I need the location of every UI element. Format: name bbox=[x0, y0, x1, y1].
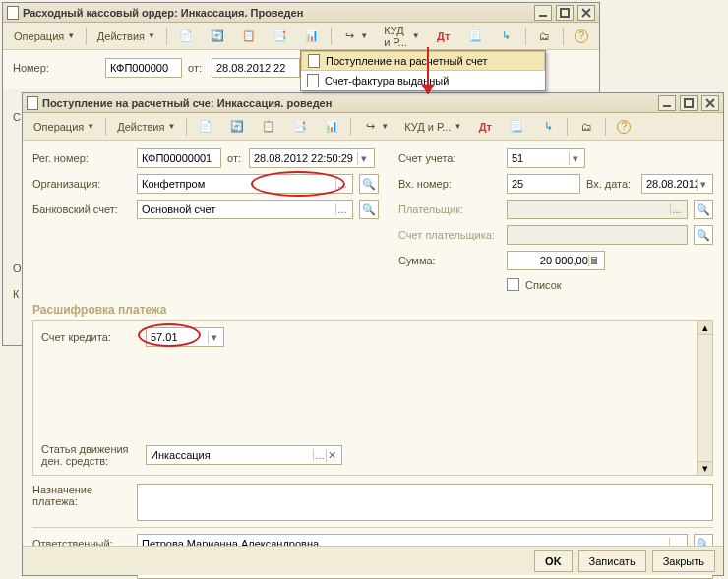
sum-field[interactable]: 🖩 bbox=[507, 251, 605, 270]
doc-icon bbox=[27, 96, 38, 110]
purpose-label: Назначениеплатежа: bbox=[32, 484, 131, 507]
help-button[interactable]: ? bbox=[610, 116, 637, 138]
scroll-up-icon[interactable]: ▴ bbox=[698, 321, 712, 335]
payer-label: Плательщик: bbox=[398, 203, 501, 215]
footer: OK Записать Закрыть bbox=[23, 546, 723, 575]
maximize-button[interactable] bbox=[680, 95, 698, 111]
tool-icon[interactable]: Дт bbox=[470, 116, 500, 138]
tool-icon[interactable]: 🗂 bbox=[572, 116, 601, 138]
minimize-button[interactable] bbox=[658, 95, 676, 111]
actions-menu[interactable]: Действия▼ bbox=[110, 116, 182, 138]
save-button[interactable]: Записать bbox=[578, 550, 646, 572]
sum-label: Сумма: bbox=[398, 255, 501, 266]
tool-icon[interactable]: 📃 bbox=[502, 116, 531, 138]
help-button[interactable]: ? bbox=[568, 26, 595, 47]
tool-icon[interactable]: Дт bbox=[429, 26, 458, 47]
actions-menu[interactable]: Действия▼ bbox=[91, 26, 162, 47]
kud-menu[interactable]: КУД и Р...▼ bbox=[377, 26, 427, 47]
vdate-label: Вх. дата: bbox=[586, 178, 636, 190]
close-button[interactable] bbox=[577, 5, 595, 21]
tool-icon[interactable]: 📃 bbox=[460, 26, 490, 47]
svg-marker-2 bbox=[422, 85, 434, 94]
number-field[interactable] bbox=[105, 58, 182, 78]
search-button[interactable]: 🔍 bbox=[359, 174, 379, 194]
tool-icon[interactable]: 📊 bbox=[317, 116, 346, 138]
win1-title: Расходный кассовый ордер: Инкассация. Пр… bbox=[23, 7, 530, 19]
section-title: Расшифровка платежа bbox=[32, 303, 713, 317]
ok-button[interactable]: OK bbox=[534, 550, 573, 572]
scroll-down-icon[interactable]: ▾ bbox=[698, 461, 712, 475]
search-button[interactable]: 🔍 bbox=[694, 200, 713, 219]
regnum-field[interactable] bbox=[137, 148, 221, 168]
vdate-field[interactable]: ▾ bbox=[641, 174, 713, 194]
doc-icon bbox=[7, 6, 19, 20]
svg-rect-3 bbox=[685, 99, 693, 107]
regnum-label: Рег. номер: bbox=[32, 152, 131, 164]
cashflow-label: Статья движенияден. средств: bbox=[41, 443, 140, 467]
tool-icon[interactable]: 📄 bbox=[191, 116, 220, 138]
acct-field[interactable]: ▾ bbox=[507, 148, 585, 168]
vnum-label: Вх. номер: bbox=[398, 178, 501, 190]
chevron-down-icon[interactable]: ▾ bbox=[208, 331, 219, 344]
bank-field[interactable]: ... bbox=[137, 200, 353, 219]
doc-icon bbox=[307, 74, 319, 87]
date-field[interactable] bbox=[212, 58, 300, 78]
create-based-on-menu[interactable]: ↪▼ bbox=[334, 26, 375, 47]
select-icon[interactable]: ... bbox=[335, 178, 348, 190]
ot-label: от: bbox=[227, 152, 243, 164]
create-based-on-menu[interactable]: ↪▼ bbox=[355, 116, 395, 138]
kud-menu[interactable]: КУД и Р...▼ bbox=[397, 116, 468, 138]
annotation-arrow-icon bbox=[419, 47, 437, 96]
number-label: Номер: bbox=[13, 62, 99, 74]
select-icon: ... bbox=[670, 203, 683, 215]
credit-field[interactable]: ▾ bbox=[146, 327, 224, 347]
doc-icon bbox=[308, 54, 320, 68]
purpose-field[interactable] bbox=[137, 484, 713, 521]
regdate-field[interactable]: ▾ bbox=[249, 148, 375, 168]
calc-icon[interactable]: 🖩 bbox=[588, 255, 600, 266]
tool-icon[interactable]: 🔄 bbox=[203, 26, 232, 47]
operation-menu[interactable]: Операция▼ bbox=[7, 26, 82, 47]
clear-icon[interactable]: ✕ bbox=[326, 449, 337, 462]
tool-icon[interactable]: 📋 bbox=[234, 26, 264, 47]
win2-title: Поступление на расчетный сче: Инкассация… bbox=[42, 97, 654, 109]
tool-icon[interactable]: 🗂 bbox=[529, 26, 559, 47]
payer-field: ... bbox=[507, 200, 688, 219]
win2-titlebar: Поступление на расчетный сче: Инкассация… bbox=[23, 93, 723, 113]
tool-icon[interactable]: 📑 bbox=[266, 26, 295, 47]
select-icon[interactable]: ... bbox=[335, 203, 348, 215]
list-checkbox[interactable] bbox=[507, 278, 519, 291]
search-button[interactable]: 🔍 bbox=[694, 225, 713, 245]
tool-icon[interactable]: 📋 bbox=[254, 116, 283, 138]
close-button[interactable]: Закрыть bbox=[652, 550, 715, 572]
list-label: Список bbox=[525, 279, 562, 291]
cut-label: С bbox=[13, 111, 21, 123]
win1-titlebar: Расходный кассовый ордер: Инкассация. Пр… bbox=[3, 3, 599, 23]
close-button[interactable] bbox=[701, 95, 719, 111]
win1-toolbar: Операция▼ Действия▼ 📄 🔄 📋 📑 📊 ↪▼ КУД и Р… bbox=[3, 23, 599, 50]
select-icon[interactable]: ... bbox=[313, 449, 325, 461]
tool-icon[interactable]: 📑 bbox=[285, 116, 315, 138]
minimize-button[interactable] bbox=[534, 5, 552, 21]
operation-menu[interactable]: Операция▼ bbox=[27, 116, 101, 138]
search-button[interactable]: 🔍 bbox=[359, 200, 379, 219]
credit-label: Счет кредита: bbox=[41, 331, 140, 343]
cut-label: К bbox=[13, 288, 19, 300]
tool-icon[interactable]: 📄 bbox=[171, 26, 201, 47]
date-picker-icon[interactable]: ▾ bbox=[357, 152, 370, 165]
scrollbar[interactable]: ▴ ▾ bbox=[697, 321, 712, 475]
tool-icon[interactable]: 🔄 bbox=[222, 116, 252, 138]
acct-label: Счет учета: bbox=[398, 152, 501, 164]
tool-icon[interactable]: 📊 bbox=[297, 26, 327, 47]
tool-icon[interactable]: ↳ bbox=[492, 26, 521, 47]
maximize-button[interactable] bbox=[556, 5, 574, 21]
chevron-down-icon[interactable]: ▾ bbox=[569, 152, 580, 165]
payeracct-label: Счет плательщика: bbox=[398, 229, 501, 241]
date-picker-icon[interactable]: ▾ bbox=[697, 178, 708, 191]
tool-icon[interactable]: ↳ bbox=[533, 116, 563, 138]
bank-label: Банковский счет: bbox=[32, 203, 131, 215]
cashflow-field[interactable]: ...✕ bbox=[146, 445, 342, 465]
svg-rect-0 bbox=[561, 9, 569, 17]
org-field[interactable]: ... bbox=[137, 174, 353, 194]
vnum-field[interactable] bbox=[507, 174, 580, 194]
